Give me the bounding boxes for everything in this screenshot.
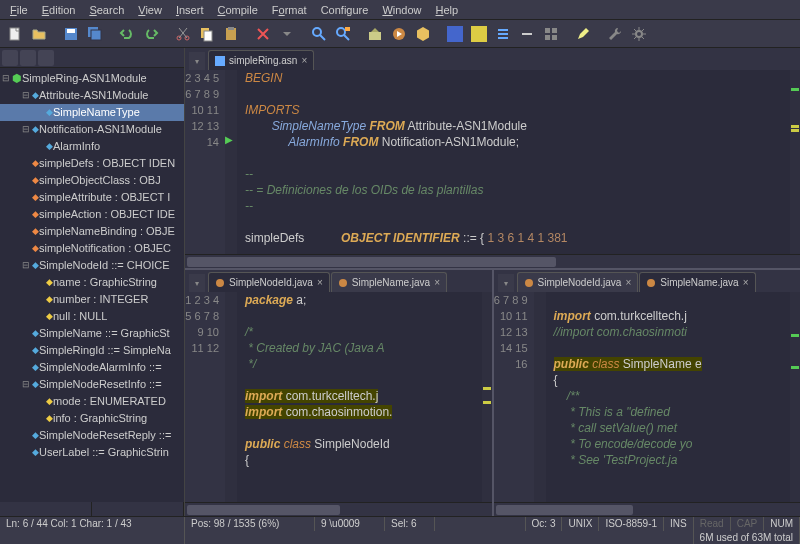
tree-item[interactable]: ◆ number : INTEGER <box>0 291 184 308</box>
open-file-icon[interactable] <box>28 23 50 45</box>
status-insert[interactable]: INS <box>664 517 694 531</box>
palette1-icon[interactable] <box>444 23 466 45</box>
close-icon[interactable]: × <box>301 55 307 66</box>
sidebar-tool-icon[interactable] <box>20 50 36 66</box>
redo-icon[interactable] <box>140 23 162 45</box>
sidebar-scrollbar[interactable] <box>0 502 184 516</box>
svg-rect-14 <box>369 32 381 40</box>
tabbar-br: ▾ SimpleNodeId.java × SimpleName.java × <box>494 270 801 292</box>
tab-dropdown-icon[interactable]: ▾ <box>189 52 205 70</box>
replace-icon[interactable] <box>332 23 354 45</box>
list-icon[interactable] <box>492 23 514 45</box>
project-tree[interactable]: ⊟⬢ SimpleRing-ASN1Module⊟◆ Attribute-ASN… <box>0 68 184 502</box>
run-icon[interactable] <box>388 23 410 45</box>
tab-label: SimpleName.java <box>352 277 430 288</box>
tree-item[interactable]: ◆ SimpleName ::= GraphicSt <box>0 325 184 342</box>
tab-label: SimpleNodeId.java <box>229 277 313 288</box>
overview-ruler[interactable] <box>482 292 492 502</box>
svg-point-23 <box>636 31 642 37</box>
code-area-bl[interactable]: 1 2 3 4 5 6 7 8 9 10 11 12 package a; /*… <box>185 292 492 502</box>
menu-compile[interactable]: Compile <box>211 2 263 18</box>
tree-item[interactable]: ◆ simpleAction : OBJECT IDE <box>0 206 184 223</box>
overview-ruler[interactable] <box>790 70 800 254</box>
menubar: File Edition Search View Insert Compile … <box>0 0 800 20</box>
tree-item[interactable]: ◆ SimpleNodeAlarmInfo ::= <box>0 359 184 376</box>
close-icon[interactable]: × <box>317 277 323 288</box>
save-icon[interactable] <box>60 23 82 45</box>
svg-rect-0 <box>10 28 19 40</box>
tree-item[interactable]: ◆ simpleAttribute : OBJECT I <box>0 189 184 206</box>
hex-icon[interactable] <box>412 23 434 45</box>
sidebar-tool-icon[interactable] <box>2 50 18 66</box>
tree-item[interactable]: ⊟◆ SimpleNodeId ::= CHOICE <box>0 257 184 274</box>
undo-icon[interactable] <box>116 23 138 45</box>
tree-item[interactable]: ◆ simpleObjectClass : OBJ <box>0 172 184 189</box>
tree-item[interactable]: ◆ simpleDefs : OBJECT IDEN <box>0 155 184 172</box>
dropdown-icon[interactable] <box>276 23 298 45</box>
tree-item[interactable]: ◆ mode : ENUMERATED <box>0 393 184 410</box>
code-area-top[interactable]: 2 3 4 5 6 7 8 9 10 11 12 13 14 ▶ BEGIN I… <box>185 70 800 254</box>
grid-icon[interactable] <box>540 23 562 45</box>
status-encoding[interactable]: ISO-8859-1 <box>599 517 664 531</box>
tree-item[interactable]: ◆ name : GraphicString <box>0 274 184 291</box>
status-lineending[interactable]: UNIX <box>562 517 599 531</box>
menu-window[interactable]: Window <box>376 2 427 18</box>
tree-item[interactable]: ◆ UserLabel ::= GraphicStrin <box>0 444 184 461</box>
search-icon[interactable] <box>308 23 330 45</box>
paste-icon[interactable] <box>220 23 242 45</box>
tree-item[interactable]: ◆ null : NULL <box>0 308 184 325</box>
tab-simplename-java[interactable]: SimpleName.java × <box>639 272 755 292</box>
horizontal-scrollbar[interactable] <box>494 502 801 516</box>
tree-item[interactable]: ⊟◆ Notification-ASN1Module <box>0 121 184 138</box>
menu-search[interactable]: Search <box>83 2 130 18</box>
tree-item[interactable]: ◆ SimpleRingId ::= SimpleNa <box>0 342 184 359</box>
tree-item[interactable]: ◆ SimpleNodeResetReply ::= <box>0 427 184 444</box>
build-icon[interactable] <box>364 23 386 45</box>
tab-simplering-asn[interactable]: simpleRing.asn × <box>208 50 314 70</box>
tree-item[interactable]: ⊟◆ Attribute-ASN1Module <box>0 87 184 104</box>
copy-icon[interactable] <box>196 23 218 45</box>
status-sel: Sel: 6 <box>385 517 435 531</box>
overview-ruler[interactable] <box>790 292 800 502</box>
tree-item[interactable]: ⊟◆ SimpleNodeResetInfo ::= <box>0 376 184 393</box>
menu-help[interactable]: Help <box>430 2 465 18</box>
menu-edition[interactable]: Edition <box>36 2 82 18</box>
menu-format[interactable]: Format <box>266 2 313 18</box>
tab-dropdown-icon[interactable]: ▾ <box>189 274 205 292</box>
tree-item[interactable]: ◆ simpleNameBinding : OBJE <box>0 223 184 240</box>
horizontal-scrollbar[interactable] <box>185 502 492 516</box>
highlight-icon[interactable] <box>572 23 594 45</box>
close-icon[interactable]: × <box>434 277 440 288</box>
new-file-icon[interactable] <box>4 23 26 45</box>
palette2-icon[interactable] <box>468 23 490 45</box>
menu-file[interactable]: File <box>4 2 34 18</box>
horizontal-scrollbar[interactable] <box>185 254 800 268</box>
tree-item[interactable]: ◆ AlarmInfo <box>0 138 184 155</box>
gear-icon[interactable] <box>628 23 650 45</box>
code-area-br[interactable]: 6 7 8 9 10 11 12 13 14 15 16 import com.… <box>494 292 801 502</box>
cut-icon[interactable] <box>172 23 194 45</box>
minus-icon[interactable] <box>516 23 538 45</box>
tree-item[interactable]: ◆ SimpleNameType <box>0 104 184 121</box>
tree-item[interactable]: ◆ simpleNotification : OBJEC <box>0 240 184 257</box>
close-icon[interactable]: × <box>625 277 631 288</box>
save-all-icon[interactable] <box>84 23 106 45</box>
tree-item[interactable]: ◆ info : GraphicString <box>0 410 184 427</box>
sidebar-tool-icon[interactable] <box>38 50 54 66</box>
tab-dropdown-icon[interactable]: ▾ <box>498 274 514 292</box>
tab-simplenodeid-java[interactable]: SimpleNodeId.java × <box>517 272 639 292</box>
menu-view[interactable]: View <box>132 2 168 18</box>
svg-rect-16 <box>447 26 463 42</box>
wrench-icon[interactable] <box>604 23 626 45</box>
editor-top: ▾ simpleRing.asn × 2 3 4 5 6 7 8 9 10 11… <box>185 48 800 270</box>
menu-configure[interactable]: Configure <box>315 2 375 18</box>
delete-icon[interactable] <box>252 23 274 45</box>
menu-insert[interactable]: Insert <box>170 2 210 18</box>
status-numlock: NUM <box>764 517 800 531</box>
tree-root[interactable]: ⊟⬢ SimpleRing-ASN1Module <box>0 70 184 87</box>
close-icon[interactable]: × <box>743 277 749 288</box>
svg-rect-18 <box>522 33 532 35</box>
tab-simplename-java[interactable]: SimpleName.java × <box>331 272 447 292</box>
svg-rect-13 <box>345 27 350 31</box>
tab-simplenodeid-java[interactable]: SimpleNodeId.java × <box>208 272 330 292</box>
